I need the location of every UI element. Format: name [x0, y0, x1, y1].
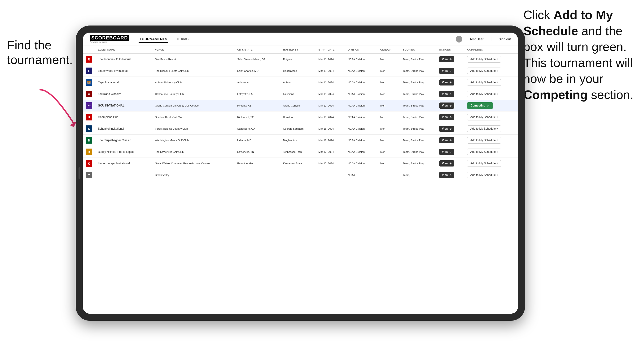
table-row: 🐯Tiger InvitationalAuburn University Clu… [83, 77, 518, 88]
competing-button[interactable]: Competing ✓ [467, 102, 493, 109]
scoring-cell: Team, Stroke Play [400, 135, 436, 146]
team-logo-cell: ? [83, 169, 95, 181]
table-header-row: EVENT NAME VENUE CITY, STATE HOSTED BY S… [83, 46, 518, 54]
col-header-actions: ACTIONS [436, 46, 464, 54]
col-header-gender: GENDER [378, 46, 400, 54]
col-header-venue: VENUE [152, 46, 234, 54]
view-button[interactable]: View ⊙ [439, 126, 454, 132]
annotation-right: Click Add to My Schedule and the box wil… [524, 7, 637, 103]
division-cell: NCAA Division I [345, 158, 377, 169]
view-button[interactable]: View ⊙ [439, 114, 454, 120]
hosted-by-cell: Grand Canyon [280, 100, 316, 112]
city-cell: Phoenix, AZ [234, 100, 280, 112]
nav-user: Test User [470, 37, 484, 41]
add-to-schedule-button[interactable]: Add to My Schedule + [467, 56, 501, 63]
add-to-schedule-button[interactable]: Add to My Schedule + [467, 125, 501, 132]
scoring-cell: Team, Stroke Play [400, 88, 436, 100]
add-to-schedule-button[interactable]: Add to My Schedule + [467, 172, 501, 178]
view-button[interactable]: View ⊙ [439, 160, 454, 167]
col-header-hosted: HOSTED BY [280, 46, 316, 54]
team-logo-cell: GCU [83, 100, 95, 112]
venue-cell: Grand Canyon University Golf Course [152, 100, 234, 112]
start-date-cell: Mar 11, 2024 [316, 54, 345, 65]
add-to-schedule-button[interactable]: Add to My Schedule + [467, 137, 501, 144]
hosted-by-cell: Binghamton [280, 135, 316, 146]
add-to-schedule-button[interactable]: Add to My Schedule + [467, 68, 501, 74]
view-button[interactable]: View ⊙ [439, 172, 454, 178]
tablet-side-button [78, 167, 80, 179]
team-logo-cell: B [83, 146, 95, 158]
view-button[interactable]: View ⊙ [439, 149, 454, 155]
gender-cell: Men [378, 123, 400, 135]
view-button[interactable]: View ⊙ [439, 56, 454, 62]
view-button[interactable]: View ⊙ [439, 68, 454, 74]
add-to-schedule-button[interactable]: Add to My Schedule + [467, 79, 501, 86]
logo-area: SCOREBOARD Powered by clippd [90, 35, 129, 43]
team-logo-cell: H [83, 112, 95, 123]
division-cell: NCAA Division I [345, 146, 377, 158]
table-row: GCUGCU INVITATIONALGrand Canyon Universi… [83, 100, 518, 112]
scoring-cell: Team, Stroke Play [400, 146, 436, 158]
signout-link[interactable]: Sign out [499, 37, 511, 41]
hosted-by-cell: Rutgers [280, 54, 316, 65]
venue-cell: Sea Palms Resort [152, 54, 234, 65]
start-date-cell: Mar 11, 2024 [316, 88, 345, 100]
city-cell: Saint Charles, MO [234, 65, 280, 77]
division-cell: NCAA Division I [345, 88, 377, 100]
team-logo-cell: R [83, 54, 95, 65]
actions-cell: View ⊙ [436, 100, 464, 112]
hosted-by-cell: Kennesaw State [280, 158, 316, 169]
event-name-cell [95, 169, 152, 181]
navbar: SCOREBOARD Powered by clippd TOURNAMENTS… [83, 33, 518, 46]
start-date-cell: Mar 17, 2024 [316, 158, 345, 169]
gender-cell: Men [378, 65, 400, 77]
city-cell: Eatonton, GA [234, 158, 280, 169]
city-cell: Richmond, TX [234, 112, 280, 123]
tournaments-table-container: EVENT NAME VENUE CITY, STATE HOSTED BY S… [83, 46, 518, 314]
add-to-schedule-button[interactable]: Add to My Schedule + [467, 114, 501, 120]
hosted-by-cell [280, 169, 316, 181]
division-cell: NCAA Division I [345, 100, 377, 112]
scoring-cell: Team, Stroke Play [400, 100, 436, 112]
add-to-schedule-button[interactable]: Add to My Schedule + [467, 160, 501, 167]
event-name-cell: Lindenwood Invitational [95, 65, 152, 77]
col-header-division: DIVISION [345, 46, 377, 54]
add-to-schedule-button[interactable]: Add to My Schedule + [467, 149, 501, 155]
team-logo-cell: K [83, 158, 95, 169]
venue-cell: Auburn University Club [152, 77, 234, 88]
event-name-cell: Tiger Invitational [95, 77, 152, 88]
actions-cell: View ⊙ [436, 112, 464, 123]
actions-cell: View ⊙ [436, 169, 464, 181]
competing-cell: Add to My Schedule + [464, 65, 518, 77]
logo-powered: Powered by clippd [90, 41, 107, 43]
view-button[interactable]: View ⊙ [439, 137, 454, 143]
nav-tab-tournaments[interactable]: TOURNAMENTS [138, 35, 168, 43]
gender-cell: Men [378, 100, 400, 112]
table-row: LLindenwood InvitationalThe Missouri Blu… [83, 65, 518, 77]
team-logo-cell: 🐯 [83, 77, 95, 88]
gender-cell: Men [378, 158, 400, 169]
view-button[interactable]: View ⊙ [439, 79, 454, 85]
city-cell: Urbana, MD [234, 135, 280, 146]
venue-cell: Forest Heights Country Club [152, 123, 234, 135]
competing-cell: Add to My Schedule + [464, 169, 518, 181]
team-logo-cell: B [83, 135, 95, 146]
hosted-by-cell: Lindenwood [280, 65, 316, 77]
add-to-schedule-button[interactable]: Add to My Schedule + [467, 91, 501, 97]
table-row: BThe Carpetbagger ClassicWorthington Man… [83, 135, 518, 146]
venue-cell: Oakbourne Country Club [152, 88, 234, 100]
nav-tab-teams[interactable]: TEAMS [175, 35, 190, 43]
city-cell [234, 169, 280, 181]
gender-cell: Men [378, 77, 400, 88]
view-button[interactable]: View ⊙ [439, 91, 454, 97]
col-header-date: START DATE [316, 46, 345, 54]
division-cell: NCAA Division I [345, 112, 377, 123]
view-button[interactable]: View ⊙ [439, 103, 454, 109]
logo-text: SCOREBOARD [90, 35, 129, 41]
competing-cell: Add to My Schedule + [464, 54, 518, 65]
event-name-cell: The Carpetbagger Classic [95, 135, 152, 146]
col-header-scoring: SCORING [400, 46, 436, 54]
gender-cell: Men [378, 146, 400, 158]
start-date-cell: Mar 12, 2024 [316, 100, 345, 112]
competing-cell: Add to My Schedule + [464, 88, 518, 100]
